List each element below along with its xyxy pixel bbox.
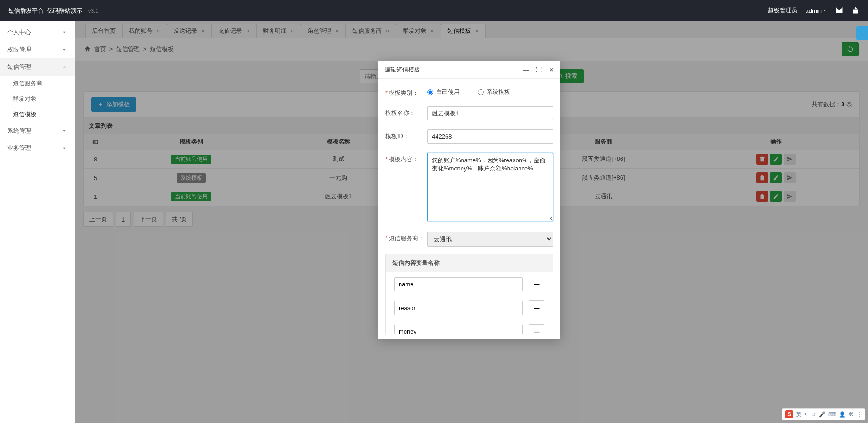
sidebar-subitem[interactable]: 短信服务商 — [0, 76, 75, 91]
var-input[interactable] — [394, 277, 523, 291]
brand-version: v3.0 — [88, 8, 98, 14]
edit-modal: 编辑短信模板 — ⛶ ✕ *模板类别： 自己使用 系统模板 模板名称： — [378, 61, 560, 339]
radio-system[interactable]: 系统模板 — [478, 88, 510, 96]
sidebar-item[interactable]: 短信管理 — [0, 58, 75, 76]
sidebar-subitem[interactable]: 群发对象 — [0, 91, 75, 107]
tpl-name-input[interactable] — [427, 106, 553, 120]
var-panel: 短信内容变量名称 ——— — [385, 254, 553, 334]
var-row: — — [386, 320, 553, 334]
ime-emoji-icon[interactable]: ☺ — [811, 411, 816, 418]
user-name[interactable]: admin — [806, 7, 827, 14]
sidebar-item[interactable]: 系统管理 — [0, 122, 75, 139]
ime-user-icon[interactable]: 👤 — [839, 411, 846, 418]
sidebar-item[interactable]: 业务管理 — [0, 139, 75, 157]
var-row: — — [386, 272, 553, 296]
var-remove-button[interactable]: — — [529, 300, 544, 315]
brand-title: 短信群发平台_亿码酷站演示 — [8, 7, 82, 14]
sidebar-subitem[interactable]: 短信模板 — [0, 107, 75, 122]
main: 后台首页我的账号✕发送记录✕充值记录✕财务明细✕角色管理✕短信服务商✕群发对象✕… — [75, 21, 868, 423]
user-role: 超级管理员 — [768, 6, 797, 15]
var-remove-button[interactable]: — — [529, 277, 544, 291]
ime-logo-icon: S — [785, 410, 793, 418]
ime-bar[interactable]: S 英 •, ☺ 🎤 ⌨ 👤 🛠 ⋮ — [782, 408, 865, 420]
svc-select[interactable]: 云通讯 — [427, 232, 553, 247]
topbar: 短信群发平台_亿码酷站演示 v3.0 超级管理员 admin — [0, 0, 868, 21]
ime-kb-icon[interactable]: ⌨ — [828, 411, 836, 418]
sidebar-item[interactable]: 个人中心 — [0, 24, 75, 41]
topbar-right: 超级管理员 admin — [768, 6, 860, 15]
ime-punct-icon[interactable]: •, — [804, 411, 808, 418]
sidebar: 个人中心权限管理短信管理短信服务商群发对象短信模板系统管理业务管理 — [0, 21, 75, 423]
theme-icon[interactable] — [852, 6, 860, 15]
var-input[interactable] — [394, 301, 523, 315]
var-input[interactable] — [394, 325, 523, 335]
radio-self[interactable]: 自己使用 — [427, 88, 460, 96]
sidebar-item[interactable]: 权限管理 — [0, 41, 75, 58]
maximize-icon[interactable]: ⛶ — [536, 67, 542, 73]
modal-title: 编辑短信模板 — [385, 66, 420, 74]
var-row: — — [386, 296, 553, 320]
ime-lang[interactable]: 英 — [796, 411, 801, 418]
close-icon[interactable]: ✕ — [549, 67, 554, 73]
ime-tool-icon[interactable]: 🛠 — [848, 411, 854, 418]
brand: 短信群发平台_亿码酷站演示 v3.0 — [8, 6, 98, 15]
tpl-content-textarea[interactable] — [427, 153, 553, 221]
minimize-icon[interactable]: — — [523, 67, 529, 73]
var-panel-title: 短信内容变量名称 — [386, 254, 553, 272]
tpl-id-input[interactable] — [427, 129, 553, 144]
ime-more-icon[interactable]: ⋮ — [857, 411, 862, 418]
ime-mic-icon[interactable]: 🎤 — [819, 411, 826, 418]
var-remove-button[interactable]: — — [529, 324, 544, 334]
side-floater[interactable] — [856, 26, 868, 40]
mail-icon[interactable] — [835, 6, 843, 15]
